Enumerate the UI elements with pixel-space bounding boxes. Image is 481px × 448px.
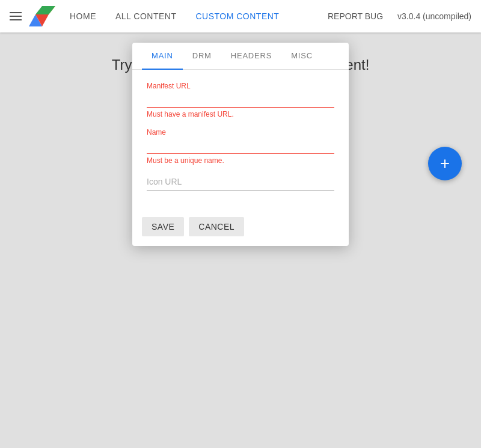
- add-content-dialog: MAIN DRM HEADERS MISC Manifest URL Must …: [132, 43, 349, 246]
- tab-drm[interactable]: DRM: [183, 43, 221, 70]
- manifest-url-label: Manifest URL: [147, 82, 334, 90]
- name-field: Name Must be a unique name.: [147, 128, 334, 165]
- header-right: REPORT BUG v3.0.4 (uncompiled): [328, 11, 471, 21]
- save-button[interactable]: SAVE: [142, 217, 184, 236]
- report-bug-link[interactable]: REPORT BUG: [328, 11, 383, 21]
- nav-custom-content[interactable]: CUSTOM CONTENT: [195, 11, 279, 21]
- main-nav: HOME ALL CONTENT CUSTOM CONTENT: [70, 11, 328, 21]
- tab-main[interactable]: MAIN: [142, 43, 183, 70]
- tab-misc[interactable]: MISC: [281, 43, 322, 70]
- dialog-overlay: MAIN DRM HEADERS MISC Manifest URL Must …: [0, 32, 481, 112]
- menu-icon[interactable]: [10, 12, 22, 20]
- dialog-form: Manifest URL Must have a manifest URL. N…: [132, 70, 349, 212]
- icon-url-input[interactable]: [147, 174, 334, 191]
- app-logo: [29, 6, 55, 26]
- main-content: Try Shaka Player with your own content! …: [0, 32, 481, 112]
- svg-marker-3: [35, 6, 55, 14]
- version-label: v3.0.4 (uncompiled): [397, 11, 471, 21]
- tab-headers[interactable]: HEADERS: [221, 43, 281, 70]
- manifest-url-field: Manifest URL Must have a manifest URL.: [147, 82, 334, 118]
- icon-url-field: Icon URL: [147, 174, 334, 191]
- app-header: HOME ALL CONTENT CUSTOM CONTENT REPORT B…: [0, 0, 481, 32]
- manifest-url-input[interactable]: [147, 91, 334, 108]
- cancel-button[interactable]: CANCEL: [189, 217, 244, 236]
- name-label: Name: [147, 128, 334, 137]
- nav-all-content[interactable]: ALL CONTENT: [115, 11, 176, 21]
- add-content-fab[interactable]: +: [428, 147, 462, 180]
- dialog-actions: SAVE CANCEL: [132, 212, 349, 246]
- name-error: Must be a unique name.: [147, 156, 334, 165]
- manifest-url-error: Must have a manifest URL.: [147, 110, 334, 118]
- nav-home[interactable]: HOME: [70, 11, 96, 21]
- name-input[interactable]: [147, 138, 334, 154]
- dialog-tabs: MAIN DRM HEADERS MISC: [132, 43, 349, 70]
